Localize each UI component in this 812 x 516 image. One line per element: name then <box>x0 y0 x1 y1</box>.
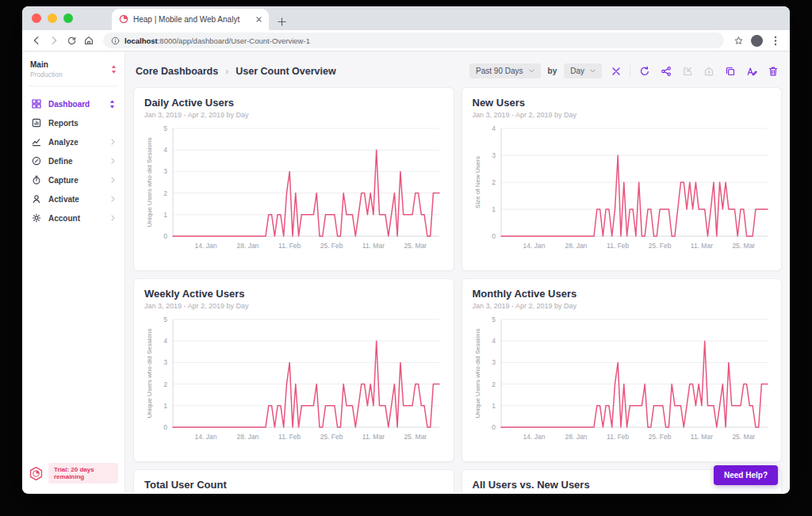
close-tab-icon[interactable] <box>256 17 262 22</box>
delete-icon[interactable] <box>766 64 779 78</box>
svg-text:25. Feb: 25. Feb <box>320 433 343 441</box>
export-icon <box>680 64 694 78</box>
minimize-window-button[interactable] <box>48 13 57 23</box>
close-window-button[interactable] <box>32 13 41 23</box>
workspace-switcher[interactable]: Main Production <box>22 52 124 86</box>
breadcrumb-separator: › <box>225 66 228 77</box>
trend-icon <box>32 137 41 147</box>
breadcrumb-section[interactable]: Core Dashboards <box>136 66 218 77</box>
chart-title: Monthly Active Users <box>473 288 772 300</box>
date-range-dropdown[interactable]: Past 90 Days <box>469 63 540 78</box>
duplicate-icon[interactable] <box>723 64 737 78</box>
svg-text:2: 2 <box>492 178 496 186</box>
svg-text:28. Jan: 28. Jan <box>236 433 259 441</box>
back-icon[interactable] <box>29 32 44 48</box>
sidebar-item-activate[interactable]: Activate <box>22 189 124 208</box>
svg-text:3: 3 <box>163 167 167 175</box>
svg-text:3: 3 <box>492 151 496 159</box>
svg-text:0: 0 <box>163 232 167 240</box>
sidebar-item-dashboard[interactable]: Dashboard <box>22 94 124 113</box>
clear-filter-icon[interactable] <box>609 64 622 78</box>
sidebar-item-label: Capture <box>48 176 79 185</box>
pen-icon <box>32 156 41 166</box>
zoom-window-button[interactable] <box>63 13 73 23</box>
svg-text:2: 2 <box>163 380 167 388</box>
home-icon[interactable] <box>81 32 97 48</box>
page-info-icon[interactable] <box>111 36 120 45</box>
sidebar-item-analyze[interactable]: Analyze <box>22 132 124 151</box>
chart-card-weekly-active-users: Weekly Active UsersJan 3, 2019 - Apr 2, … <box>133 278 454 462</box>
chart-title: Weekly Active Users <box>144 288 443 300</box>
svg-text:Unique Users who did Sessions: Unique Users who did Sessions <box>474 329 481 419</box>
sidebar-item-label: Activate <box>48 195 79 204</box>
chevron-right-icon <box>111 158 115 164</box>
new-tab-button[interactable] <box>278 17 286 26</box>
sidebar-item-capture[interactable]: Capture <box>22 170 124 189</box>
share-icon[interactable] <box>659 64 672 78</box>
svg-text:28. Jan: 28. Jan <box>565 433 587 441</box>
granularity-dropdown[interactable]: Day <box>564 63 602 78</box>
star-icon[interactable] <box>730 32 746 48</box>
dashboard-cards-grid: Daily Active UsersJan 3, 2019 - Apr 2, 2… <box>125 87 790 493</box>
svg-text:14. Jan: 14. Jan <box>523 242 545 250</box>
svg-text:1: 1 <box>163 402 167 410</box>
sidebar-item-reports[interactable]: Reports <box>22 113 124 132</box>
sidebar-item-account[interactable]: Account <box>22 208 124 227</box>
stopwatch-icon <box>32 175 41 185</box>
url-path: :8000/app/dashboard/User-Count-Overview-… <box>158 36 310 45</box>
browser-tabstrip: Heap | Mobile and Web Analyt <box>22 6 790 30</box>
browser-tab[interactable]: Heap | Mobile and Web Analyt <box>112 9 269 30</box>
window-controls <box>32 13 73 23</box>
svg-text:0: 0 <box>163 423 167 431</box>
line-chart: 01234514. Jan28. Jan11. Feb25. Feb11. Ma… <box>473 313 774 448</box>
svg-text:11. Feb: 11. Feb <box>607 242 629 250</box>
svg-text:5: 5 <box>163 124 167 132</box>
trial-row: Trial: 20 days remaining <box>22 455 124 493</box>
controls-divider <box>630 65 630 78</box>
gear-icon <box>32 213 41 223</box>
heap-logo <box>29 466 44 481</box>
chart-card-total-user-count: Total User Count <box>133 469 454 493</box>
report-icon <box>32 118 41 128</box>
svg-text:11. Feb: 11. Feb <box>607 433 629 441</box>
chevron-right-icon <box>111 139 115 145</box>
trial-badge: Trial: 20 days remaining <box>48 463 118 484</box>
reload-icon[interactable] <box>63 32 79 48</box>
svg-text:3: 3 <box>492 358 496 366</box>
chart-subtitle: Jan 3, 2019 - Apr 2, 2019 by Day <box>144 302 443 310</box>
browser-urlbar: localhost:8000/app/dashboard/User-Count-… <box>22 30 790 52</box>
chart-card-monthly-active-users: Monthly Active UsersJan 3, 2019 - Apr 2,… <box>462 278 783 462</box>
url-text: localhost:8000/app/dashboard/User-Count-… <box>124 36 310 45</box>
avatar[interactable] <box>751 35 763 47</box>
date-range-value: Past 90 Days <box>476 67 523 75</box>
refresh-icon[interactable] <box>638 64 651 78</box>
svg-text:4: 4 <box>492 124 496 132</box>
svg-text:Size of New Users: Size of New Users <box>474 156 481 208</box>
svg-text:11. Mar: 11. Mar <box>362 242 385 250</box>
chevron-right-icon <box>111 215 115 221</box>
sidebar-item-label: Reports <box>48 119 79 128</box>
sidebar-item-label: Analyze <box>48 138 79 147</box>
tab-title: Heap | Mobile and Web Analyt <box>133 15 251 24</box>
rename-icon[interactable] <box>745 64 758 78</box>
svg-text:11. Mar: 11. Mar <box>362 433 385 441</box>
line-chart: 0123414. Jan28. Jan11. Feb25. Feb11. Mar… <box>473 122 774 257</box>
svg-text:25. Feb: 25. Feb <box>648 242 671 250</box>
dashboard-header: Core Dashboards › User Count Overview Pa… <box>125 52 790 87</box>
sidebar-item-define[interactable]: Define <box>22 151 124 170</box>
breadcrumb: Core Dashboards › User Count Overview <box>136 66 336 77</box>
menu-dots-icon[interactable] <box>768 32 783 48</box>
svg-text:14. Jan: 14. Jan <box>195 242 217 250</box>
need-help-button[interactable]: Need Help? <box>714 465 778 485</box>
chart-subtitle: Jan 3, 2019 - Apr 2, 2019 by Day <box>144 111 443 119</box>
updown-stepper-icon[interactable] <box>111 65 117 74</box>
chart-subtitle: Jan 3, 2019 - Apr 2, 2019 by Day <box>473 302 772 310</box>
by-label: by <box>548 67 557 75</box>
chevron-down-icon <box>590 69 596 73</box>
svg-text:2: 2 <box>163 189 167 197</box>
updown-stepper-icon[interactable] <box>109 100 115 109</box>
browser-window: Heap | Mobile and Web Analyt localhost:8… <box>22 6 790 494</box>
url-field[interactable]: localhost:8000/app/dashboard/User-Count-… <box>103 32 724 48</box>
chart-title: Total User Count <box>144 479 443 491</box>
forward-icon[interactable] <box>46 32 62 48</box>
